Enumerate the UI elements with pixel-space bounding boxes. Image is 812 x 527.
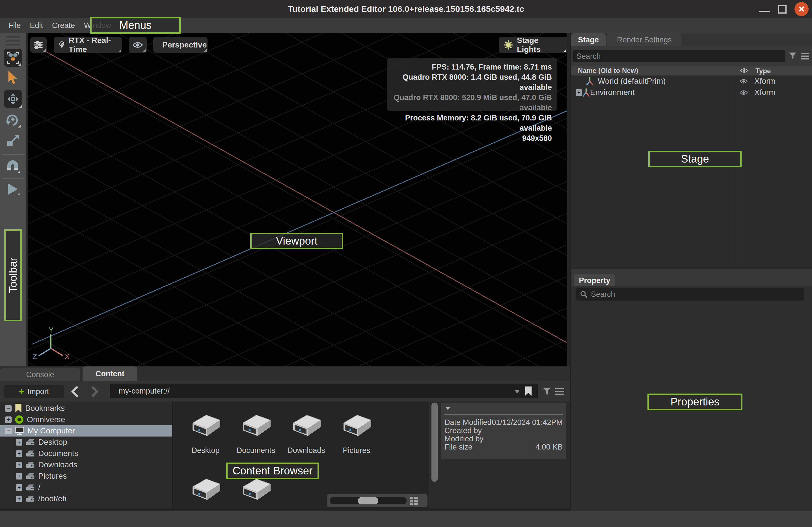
stage-lights-button[interactable]: Stage Lights [499,37,567,53]
toolbar-grip-icon[interactable] [6,44,20,45]
plus-icon: + [19,387,25,396]
expand-toggle[interactable]: + [576,89,582,96]
tree-item-my-computer[interactable]: − My Computer [0,425,172,437]
menu-create[interactable]: Create [47,18,79,33]
visibility-eye-icon[interactable] [740,78,748,84]
viewport-3d[interactable]: Y X Z RTX - Real-Time Perspective Stage … [28,33,567,366]
property-search[interactable] [576,288,804,301]
tab-property[interactable]: Property [574,274,615,287]
axis-y-label: Y [49,326,54,334]
detail-date-modified: Date Modified 01/12/2024 01:42PM [445,419,563,427]
tab-render-settings[interactable]: Render Settings [607,33,681,46]
slider-track[interactable] [330,497,407,504]
expand-toggle[interactable]: + [16,484,22,491]
move-tool-button[interactable] [4,90,22,108]
detail-created-by: Created by [445,427,563,435]
tree-item-documents[interactable]: + Documents [0,448,172,459]
stage-filter-icon[interactable] [788,52,797,60]
minimize-button[interactable] [759,11,770,12]
axis-gizmo: Y X Z [31,325,76,361]
viewport-settings-button[interactable] [30,37,47,53]
drive-icon-large [289,413,323,439]
eye-icon [133,42,143,48]
drive-icon [26,450,35,457]
back-icon[interactable] [71,386,78,397]
details-card: Date Modified 01/12/2024 01:42PM Created… [441,402,566,459]
content-item-drive[interactable] [180,477,231,510]
tab-content[interactable]: Content [83,366,137,381]
detail-file-size: File size 4.00 KB [445,443,563,451]
column-type[interactable]: Type [755,67,771,75]
visibility-eye-icon[interactable] [740,90,748,95]
play-button[interactable] [8,183,20,196]
maximize-button[interactable] [778,5,786,14]
menu-edit[interactable]: Edit [26,18,48,33]
scale-tool-button[interactable] [6,134,20,148]
content-filter-icon[interactable] [542,387,551,396]
column-visibility-icon[interactable] [740,68,748,73]
scale-icon [6,134,20,147]
stage-column-header: Name (Old to New) Type [571,66,812,75]
property-tab-bar: Property [571,268,812,287]
menu-file[interactable]: File [4,18,26,33]
property-search-input[interactable] [591,290,800,299]
forward-icon[interactable] [91,386,98,397]
stage-lights-label: Stage Lights [517,36,562,54]
drive-icon [26,484,35,491]
toolbar-grip-icon[interactable] [6,40,20,42]
expand-toggle[interactable]: + [16,473,22,480]
tree-item-boot-efi[interactable]: + /boot/efi [0,493,172,504]
content-item-drive[interactable] [231,477,281,510]
renderer-button[interactable]: RTX - Real-Time [54,37,122,53]
stage-row-environment[interactable]: + Environment Xform [571,87,812,98]
snap-tool-button[interactable] [6,159,20,173]
thumbnail-size-slider[interactable] [327,494,427,507]
scrollbar-thumb[interactable] [432,402,438,482]
tree-item-bookmarks[interactable]: − Bookmarks [0,402,172,414]
stage-row-world[interactable]: World (defaultPrim) Xform [571,75,812,87]
expand-toggle[interactable]: − [5,428,12,434]
expand-toggle[interactable]: + [16,462,22,468]
close-button[interactable]: × [795,2,809,16]
tab-stage[interactable]: Stage [571,33,606,46]
rotate-tool-button[interactable] [5,113,21,128]
camera-button[interactable]: Perspective [153,37,207,53]
path-dropdown-icon[interactable] [514,390,520,394]
details-collapse-icon[interactable] [445,407,451,411]
tab-console[interactable]: Console [0,368,80,381]
visibility-button[interactable] [129,37,147,53]
content-item-downloads[interactable]: Downloads [281,413,331,455]
cursor-icon [7,71,19,85]
prim-type: Xform [754,88,775,97]
column-name[interactable]: Name (Old to New) [578,67,638,75]
expand-toggle[interactable]: + [5,416,12,423]
slider-thumb[interactable] [358,497,378,504]
expand-toggle[interactable]: + [16,450,22,457]
stage-options-icon[interactable] [801,53,809,60]
path-bookmark-icon[interactable] [525,386,532,396]
grid-view-icon[interactable] [410,496,418,505]
content-options-icon[interactable] [555,388,564,395]
content-item-pictures[interactable]: Pictures [331,413,382,455]
gpu2-stat: Quadro RTX 8000: 520.9 MiB used, 47.0 Gi… [387,92,552,113]
prim-name[interactable]: World (defaultPrim) [598,77,666,86]
tree-item-pictures[interactable]: + Pictures [0,470,172,482]
tree-item-desktop[interactable]: + Desktop [0,437,172,448]
tree-item-omniverse[interactable]: + Omniverse [0,414,172,425]
selection-mode-button[interactable] [4,49,22,67]
vertical-scrollbar[interactable] [430,401,440,511]
expand-toggle[interactable]: − [5,405,12,412]
path-field[interactable]: my-computer:// [110,384,538,398]
bottom-tab-bar: Console Content [0,366,570,381]
prim-name[interactable]: Environment [590,88,635,97]
import-button[interactable]: + Import [4,385,63,398]
select-tool-button[interactable] [7,71,19,85]
tree-item-root[interactable]: + / [0,482,172,493]
expand-toggle[interactable]: + [16,439,22,445]
content-item-documents[interactable]: Documents [231,413,281,455]
tree-item-downloads[interactable]: + Downloads [0,459,172,470]
expand-toggle[interactable]: + [16,496,22,502]
stage-search-input[interactable] [572,50,785,62]
content-item-desktop[interactable]: Desktop [180,413,231,455]
toolbar-grip-icon[interactable] [6,36,20,38]
